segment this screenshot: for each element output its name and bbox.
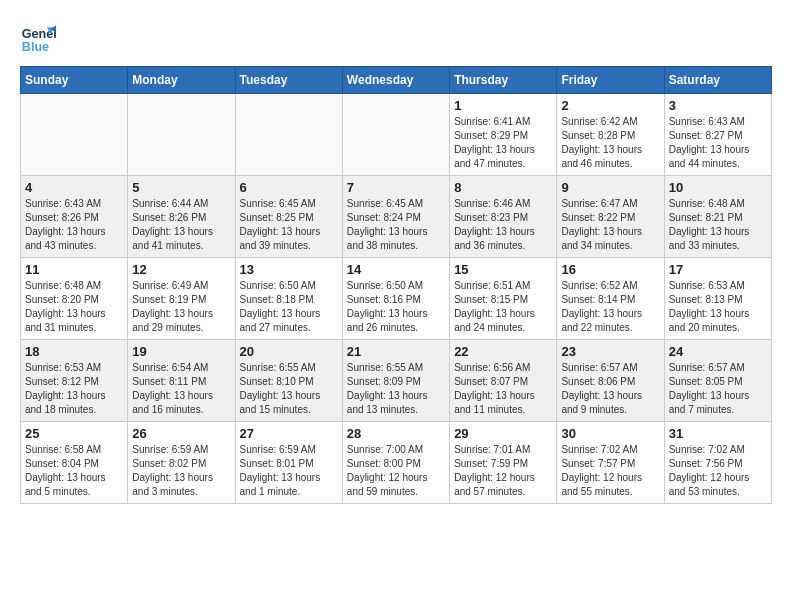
day-info: Sunrise: 6:43 AMSunset: 8:27 PMDaylight:… (669, 115, 767, 171)
day-info: Sunrise: 6:43 AMSunset: 8:26 PMDaylight:… (25, 197, 123, 253)
day-info: Sunrise: 6:59 AMSunset: 8:02 PMDaylight:… (132, 443, 230, 499)
logo-icon: General Blue (20, 20, 56, 56)
day-info: Sunrise: 6:53 AMSunset: 8:13 PMDaylight:… (669, 279, 767, 335)
calendar-cell: 3Sunrise: 6:43 AMSunset: 8:27 PMDaylight… (664, 94, 771, 176)
calendar-cell: 16Sunrise: 6:52 AMSunset: 8:14 PMDayligh… (557, 258, 664, 340)
day-number: 11 (25, 262, 123, 277)
day-number: 30 (561, 426, 659, 441)
day-info: Sunrise: 6:59 AMSunset: 8:01 PMDaylight:… (240, 443, 338, 499)
day-number: 1 (454, 98, 552, 113)
day-number: 19 (132, 344, 230, 359)
calendar-cell: 31Sunrise: 7:02 AMSunset: 7:56 PMDayligh… (664, 422, 771, 504)
calendar-cell: 15Sunrise: 6:51 AMSunset: 8:15 PMDayligh… (450, 258, 557, 340)
calendar-cell: 28Sunrise: 7:00 AMSunset: 8:00 PMDayligh… (342, 422, 449, 504)
calendar-cell: 17Sunrise: 6:53 AMSunset: 8:13 PMDayligh… (664, 258, 771, 340)
day-info: Sunrise: 6:41 AMSunset: 8:29 PMDaylight:… (454, 115, 552, 171)
weekday-header-saturday: Saturday (664, 67, 771, 94)
calendar-cell: 27Sunrise: 6:59 AMSunset: 8:01 PMDayligh… (235, 422, 342, 504)
day-info: Sunrise: 6:45 AMSunset: 8:24 PMDaylight:… (347, 197, 445, 253)
day-info: Sunrise: 6:44 AMSunset: 8:26 PMDaylight:… (132, 197, 230, 253)
calendar-cell: 7Sunrise: 6:45 AMSunset: 8:24 PMDaylight… (342, 176, 449, 258)
day-number: 15 (454, 262, 552, 277)
day-number: 16 (561, 262, 659, 277)
weekday-header-monday: Monday (128, 67, 235, 94)
day-number: 12 (132, 262, 230, 277)
calendar-cell: 23Sunrise: 6:57 AMSunset: 8:06 PMDayligh… (557, 340, 664, 422)
calendar-cell (342, 94, 449, 176)
calendar-cell: 18Sunrise: 6:53 AMSunset: 8:12 PMDayligh… (21, 340, 128, 422)
calendar-cell (128, 94, 235, 176)
calendar-cell: 30Sunrise: 7:02 AMSunset: 7:57 PMDayligh… (557, 422, 664, 504)
weekday-header-friday: Friday (557, 67, 664, 94)
day-number: 13 (240, 262, 338, 277)
day-info: Sunrise: 7:02 AMSunset: 7:57 PMDaylight:… (561, 443, 659, 499)
calendar-cell: 14Sunrise: 6:50 AMSunset: 8:16 PMDayligh… (342, 258, 449, 340)
day-number: 2 (561, 98, 659, 113)
day-info: Sunrise: 6:46 AMSunset: 8:23 PMDaylight:… (454, 197, 552, 253)
day-number: 10 (669, 180, 767, 195)
calendar-table: SundayMondayTuesdayWednesdayThursdayFrid… (20, 66, 772, 504)
day-number: 27 (240, 426, 338, 441)
day-info: Sunrise: 6:48 AMSunset: 8:20 PMDaylight:… (25, 279, 123, 335)
day-info: Sunrise: 6:58 AMSunset: 8:04 PMDaylight:… (25, 443, 123, 499)
day-info: Sunrise: 6:47 AMSunset: 8:22 PMDaylight:… (561, 197, 659, 253)
calendar-cell: 29Sunrise: 7:01 AMSunset: 7:59 PMDayligh… (450, 422, 557, 504)
calendar-cell (21, 94, 128, 176)
weekday-header-sunday: Sunday (21, 67, 128, 94)
day-number: 20 (240, 344, 338, 359)
calendar-week-4: 18Sunrise: 6:53 AMSunset: 8:12 PMDayligh… (21, 340, 772, 422)
calendar-cell: 1Sunrise: 6:41 AMSunset: 8:29 PMDaylight… (450, 94, 557, 176)
calendar-cell: 2Sunrise: 6:42 AMSunset: 8:28 PMDaylight… (557, 94, 664, 176)
day-number: 14 (347, 262, 445, 277)
day-info: Sunrise: 6:56 AMSunset: 8:07 PMDaylight:… (454, 361, 552, 417)
weekday-header-tuesday: Tuesday (235, 67, 342, 94)
day-info: Sunrise: 6:49 AMSunset: 8:19 PMDaylight:… (132, 279, 230, 335)
weekday-header-wednesday: Wednesday (342, 67, 449, 94)
day-info: Sunrise: 6:55 AMSunset: 8:10 PMDaylight:… (240, 361, 338, 417)
day-number: 29 (454, 426, 552, 441)
day-info: Sunrise: 6:42 AMSunset: 8:28 PMDaylight:… (561, 115, 659, 171)
day-number: 5 (132, 180, 230, 195)
logo: General Blue (20, 20, 56, 56)
calendar-cell: 9Sunrise: 6:47 AMSunset: 8:22 PMDaylight… (557, 176, 664, 258)
calendar-header: SundayMondayTuesdayWednesdayThursdayFrid… (21, 67, 772, 94)
calendar-week-1: 1Sunrise: 6:41 AMSunset: 8:29 PMDaylight… (21, 94, 772, 176)
calendar-week-2: 4Sunrise: 6:43 AMSunset: 8:26 PMDaylight… (21, 176, 772, 258)
calendar-cell: 6Sunrise: 6:45 AMSunset: 8:25 PMDaylight… (235, 176, 342, 258)
day-info: Sunrise: 6:45 AMSunset: 8:25 PMDaylight:… (240, 197, 338, 253)
day-info: Sunrise: 6:50 AMSunset: 8:18 PMDaylight:… (240, 279, 338, 335)
day-number: 18 (25, 344, 123, 359)
day-number: 17 (669, 262, 767, 277)
calendar-week-5: 25Sunrise: 6:58 AMSunset: 8:04 PMDayligh… (21, 422, 772, 504)
calendar-cell: 12Sunrise: 6:49 AMSunset: 8:19 PMDayligh… (128, 258, 235, 340)
calendar-cell: 20Sunrise: 6:55 AMSunset: 8:10 PMDayligh… (235, 340, 342, 422)
day-number: 31 (669, 426, 767, 441)
day-info: Sunrise: 6:54 AMSunset: 8:11 PMDaylight:… (132, 361, 230, 417)
day-info: Sunrise: 6:51 AMSunset: 8:15 PMDaylight:… (454, 279, 552, 335)
day-info: Sunrise: 6:57 AMSunset: 8:05 PMDaylight:… (669, 361, 767, 417)
calendar-cell (235, 94, 342, 176)
day-number: 7 (347, 180, 445, 195)
day-number: 9 (561, 180, 659, 195)
calendar-cell: 24Sunrise: 6:57 AMSunset: 8:05 PMDayligh… (664, 340, 771, 422)
day-number: 4 (25, 180, 123, 195)
calendar-cell: 25Sunrise: 6:58 AMSunset: 8:04 PMDayligh… (21, 422, 128, 504)
weekday-header-row: SundayMondayTuesdayWednesdayThursdayFrid… (21, 67, 772, 94)
calendar-cell: 11Sunrise: 6:48 AMSunset: 8:20 PMDayligh… (21, 258, 128, 340)
day-info: Sunrise: 6:53 AMSunset: 8:12 PMDaylight:… (25, 361, 123, 417)
day-number: 25 (25, 426, 123, 441)
day-number: 26 (132, 426, 230, 441)
svg-text:Blue: Blue (22, 40, 49, 54)
calendar-week-3: 11Sunrise: 6:48 AMSunset: 8:20 PMDayligh… (21, 258, 772, 340)
calendar-cell: 22Sunrise: 6:56 AMSunset: 8:07 PMDayligh… (450, 340, 557, 422)
day-number: 6 (240, 180, 338, 195)
day-number: 21 (347, 344, 445, 359)
day-info: Sunrise: 6:52 AMSunset: 8:14 PMDaylight:… (561, 279, 659, 335)
weekday-header-thursday: Thursday (450, 67, 557, 94)
day-number: 24 (669, 344, 767, 359)
calendar-cell: 10Sunrise: 6:48 AMSunset: 8:21 PMDayligh… (664, 176, 771, 258)
day-number: 28 (347, 426, 445, 441)
calendar-cell: 8Sunrise: 6:46 AMSunset: 8:23 PMDaylight… (450, 176, 557, 258)
day-number: 23 (561, 344, 659, 359)
day-info: Sunrise: 6:57 AMSunset: 8:06 PMDaylight:… (561, 361, 659, 417)
